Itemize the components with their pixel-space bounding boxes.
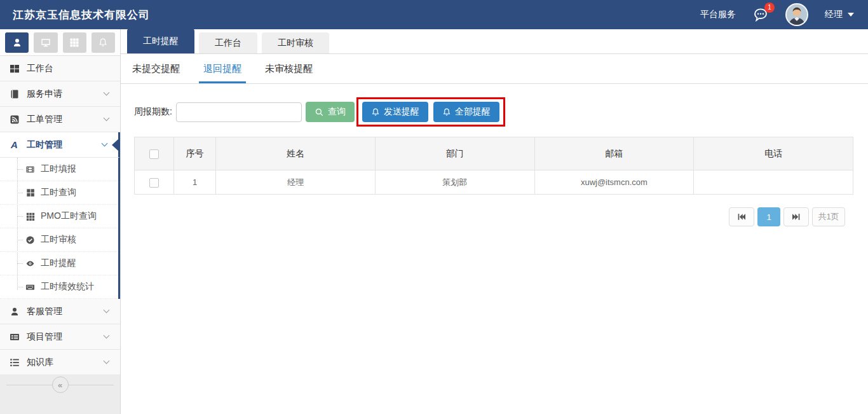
submenu-item-label: PMO工时查询 <box>41 210 97 222</box>
last-page-button[interactable] <box>783 207 809 226</box>
submenu-item-timesheet-audit[interactable]: 工时审核 <box>0 228 118 252</box>
submenu-item-pmo-timesheet-query[interactable]: PMO工时查询 <box>0 205 118 228</box>
weekly-period-input[interactable] <box>176 102 302 122</box>
book-icon <box>9 88 20 99</box>
submenu-item-timesheet-query[interactable]: 工时查询 <box>0 181 118 205</box>
tab-timesheet-reminder[interactable]: 工时提醒 <box>127 29 194 53</box>
bell-icon <box>442 107 451 117</box>
sidebar-item-label: 工单管理 <box>27 114 104 125</box>
all-reminder-button[interactable]: 全部提醒 <box>433 102 499 122</box>
row-checkbox[interactable] <box>149 178 159 188</box>
submenu-item-label: 工时填报 <box>41 163 76 175</box>
list-card-icon <box>9 331 20 342</box>
submenu-item-label: 工时审核 <box>41 234 76 245</box>
submenu-item-label: 工时查询 <box>41 187 76 198</box>
select-all-checkbox[interactable] <box>149 149 159 159</box>
ordered-list-icon <box>9 357 20 368</box>
app-window: 江苏京玉信息技术有限公司 平台服务 1 经理 <box>0 0 868 414</box>
avatar-image <box>787 4 807 25</box>
search-icon <box>315 107 324 117</box>
submenu-item-timesheet-reminder[interactable]: 工时提醒 <box>0 252 118 275</box>
sidebar-item-label: 知识库 <box>27 357 104 368</box>
cell-phone <box>694 170 853 195</box>
top-bar: 江苏京玉信息技术有限公司 平台服务 1 经理 <box>0 0 868 29</box>
chevron-down-icon <box>104 333 110 339</box>
cell-seq: 1 <box>174 170 216 195</box>
all-reminder-label: 全部提醒 <box>455 106 491 118</box>
reminder-table: 序号 姓名 部门 邮箱 电话 1 经理 策划部 xuwj@itsmcn.com <box>134 137 853 195</box>
red-annotation-box: 发送提醒 全部提醒 <box>356 97 505 127</box>
search-button[interactable]: 查询 <box>306 102 355 122</box>
company-title: 江苏京玉信息技术有限公司 <box>13 8 150 22</box>
grid-2x2-icon <box>25 188 35 198</box>
strip-tab-bell[interactable] <box>92 32 115 53</box>
active-item-arrow <box>112 139 118 151</box>
submenu-item-label: 工时绩效统计 <box>41 281 94 293</box>
bell-icon <box>98 38 108 48</box>
first-page-icon <box>736 212 747 222</box>
strip-tab-monitor[interactable] <box>34 32 57 53</box>
sidebar-item-label: 客服管理 <box>27 306 104 317</box>
page-number-button[interactable]: 1 <box>757 207 780 226</box>
user-menu[interactable]: 经理 <box>825 9 854 20</box>
cell-dept: 策划部 <box>375 170 534 195</box>
send-reminder-button[interactable]: 发送提醒 <box>362 102 428 122</box>
pagination: 1 共1页 <box>121 207 845 226</box>
caret-down-icon <box>848 13 854 17</box>
header-name: 姓名 <box>216 137 376 170</box>
platform-service-link[interactable]: 平台服务 <box>700 9 736 20</box>
sidebar-collapse-row: « <box>0 375 120 394</box>
chevron-down-icon <box>104 115 110 121</box>
sidebar-item-service-request[interactable]: 服务申请 <box>0 81 120 107</box>
page-tab-bar: 工时提醒 工作台 工时审核 <box>121 29 868 54</box>
reminder-subtab-bar: 未提交提醒 退回提醒 未审核提醒 <box>121 54 868 84</box>
first-page-button[interactable] <box>729 207 754 226</box>
message-bubble-icon[interactable]: 1 <box>752 7 769 22</box>
rss-icon <box>9 114 20 125</box>
chevron-down-icon <box>104 90 110 96</box>
user-avatar[interactable] <box>785 3 808 26</box>
submenu-item-label: 工时提醒 <box>41 258 76 269</box>
tab-timesheet-audit[interactable]: 工时审核 <box>262 32 329 53</box>
total-pages-label: 共1页 <box>812 207 845 226</box>
top-bar-right: 平台服务 1 经理 <box>700 3 854 26</box>
check-circle-icon <box>25 235 35 245</box>
tab-workbench[interactable]: 工作台 <box>199 32 257 53</box>
sidebar-icon-strip <box>0 29 120 56</box>
strip-tab-grid[interactable] <box>63 32 86 53</box>
sidebar-item-label: 项目管理 <box>27 331 104 343</box>
send-reminder-label: 发送提醒 <box>384 106 419 118</box>
main-content: 工时提醒 工作台 工时审核 未提交提醒 退回提醒 未审核提醒 周报期数: 查询 <box>121 29 868 414</box>
sidebar-item-workbench[interactable]: 工作台 <box>0 56 120 81</box>
sidebar-filler <box>0 394 120 414</box>
table-row: 1 经理 策划部 xuwj@itsmcn.com <box>135 170 853 195</box>
chevron-down-icon <box>104 358 110 364</box>
sidebar-item-label: 工时管理 <box>27 139 102 151</box>
subtab-unsubmitted-reminder[interactable]: 未提交提醒 <box>132 54 180 83</box>
subtab-unaudited-reminder[interactable]: 未审核提醒 <box>265 54 313 83</box>
query-form: 周报期数: 查询 发送提醒 全部提醒 <box>134 97 868 127</box>
letter-a-icon: A <box>9 139 20 150</box>
chevron-down-icon <box>104 307 110 314</box>
header-dept: 部门 <box>375 137 534 170</box>
sidebar-item-label: 服务申请 <box>27 88 104 100</box>
windows-icon <box>9 63 20 74</box>
sidebar-collapse-button[interactable]: « <box>52 376 69 393</box>
timesheet-submenu: 工时填报 工时查询 PMO工时查询 工时审核 工时提醒 <box>0 158 120 299</box>
sidebar-item-work-order[interactable]: 工单管理 <box>0 107 120 132</box>
sidebar-item-timesheet-mgmt[interactable]: A 工时管理 <box>0 132 120 158</box>
sidebar-item-customer-service[interactable]: 客服管理 <box>0 299 120 324</box>
monitor-icon <box>41 38 51 48</box>
cell-name: 经理 <box>216 170 376 195</box>
submenu-item-timesheet-performance[interactable]: 工时绩效统计 <box>0 275 118 299</box>
user-name: 经理 <box>825 9 843 20</box>
sidebar-item-knowledge-base[interactable]: 知识库 <box>0 350 120 375</box>
strip-tab-user[interactable] <box>5 32 29 53</box>
keyboard-icon <box>25 282 35 292</box>
subtab-returned-reminder[interactable]: 退回提醒 <box>203 54 241 83</box>
search-button-label: 查询 <box>328 106 346 118</box>
chevron-down-icon <box>102 141 108 147</box>
sidebar-item-project-mgmt[interactable]: 项目管理 <box>0 324 120 350</box>
header-checkbox-cell <box>135 137 174 170</box>
submenu-item-timesheet-fill[interactable]: 工时填报 <box>0 158 118 181</box>
